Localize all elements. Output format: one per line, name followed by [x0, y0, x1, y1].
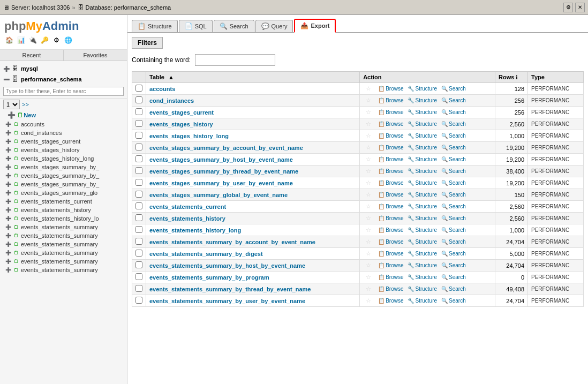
browse-link[interactable]: 📋 Browse — [378, 180, 403, 186]
structure-link[interactable]: 🔧 Structure — [408, 262, 437, 268]
table-name-header[interactable]: Table ▲ — [146, 72, 360, 83]
tab-query[interactable]: 💬 Query — [255, 20, 293, 32]
row-checkbox[interactable] — [135, 273, 142, 280]
tab-search[interactable]: 🔍 Search — [214, 20, 254, 32]
search-link[interactable]: 🔍 Search — [441, 133, 466, 139]
row-checkbox[interactable] — [135, 179, 142, 186]
search-link[interactable]: 🔍 Search — [441, 121, 466, 127]
structure-link[interactable]: 🔧 Structure — [408, 215, 437, 221]
search-link[interactable]: 🔍 Search — [441, 274, 466, 280]
star-icon[interactable]: ☆ — [363, 215, 374, 222]
row-checkbox[interactable] — [135, 226, 142, 233]
search-link[interactable]: 🔍 Search — [441, 251, 466, 257]
structure-link[interactable]: 🔧 Structure — [408, 251, 437, 257]
search-link[interactable]: 🔍 Search — [441, 109, 466, 115]
sidebar-item-mysql[interactable]: ➕ 🗄 mysql — [0, 63, 127, 74]
settings-icon[interactable]: ⚙ — [563, 3, 573, 12]
tab-sql[interactable]: 📄 SQL — [179, 20, 213, 32]
globe-icon[interactable]: 🌐 — [63, 35, 73, 45]
table-name-link[interactable]: events_stages_summary_by_user_by_event_n… — [149, 180, 293, 186]
browse-link[interactable]: 📋 Browse — [378, 286, 403, 292]
star-icon[interactable]: ☆ — [363, 132, 374, 139]
star-icon[interactable]: ☆ — [363, 144, 374, 151]
structure-link[interactable]: 🔧 Structure — [408, 204, 437, 209]
structure-link[interactable]: 🔧 Structure — [408, 168, 437, 174]
star-icon[interactable]: ☆ — [363, 285, 374, 292]
table-name-link[interactable]: events_statements_summary_by_thread_by_e… — [149, 286, 311, 292]
table-name-link[interactable]: events_statements_summary_by_program — [149, 274, 269, 281]
table-name-link[interactable]: events_stages_history_long — [149, 133, 229, 139]
star-icon[interactable]: ☆ — [363, 85, 374, 92]
star-icon[interactable]: ☆ — [363, 121, 374, 127]
structure-link[interactable]: 🔧 Structure — [408, 97, 437, 103]
star-icon[interactable]: ☆ — [363, 179, 374, 186]
structure-link[interactable]: 🔧 Structure — [408, 145, 437, 150]
star-icon[interactable]: ☆ — [363, 274, 374, 281]
table-name-link[interactable]: events_stages_summary_global_by_event_na… — [149, 192, 288, 198]
sidebar-table-stmts-history-long[interactable]: ➕ 🗒 events_statements_history_lo — [0, 214, 127, 223]
star-icon[interactable]: ☆ — [363, 191, 374, 198]
row-checkbox[interactable] — [135, 132, 142, 139]
page-select[interactable]: 1 — [3, 100, 20, 109]
row-checkbox[interactable] — [135, 297, 142, 304]
row-checkbox[interactable] — [135, 214, 142, 221]
row-checkbox[interactable] — [135, 238, 142, 245]
next-page[interactable]: >> — [22, 101, 29, 108]
structure-link[interactable]: 🔧 Structure — [408, 239, 437, 245]
star-icon[interactable]: ☆ — [363, 109, 374, 116]
table-name-link[interactable]: cond_instances — [149, 97, 194, 104]
row-checkbox[interactable] — [135, 261, 142, 268]
browse-link[interactable]: 📋 Browse — [378, 192, 403, 198]
sidebar-table-stmts-sum-6[interactable]: ➕ 🗒 events_statements_summary — [0, 266, 127, 274]
row-checkbox[interactable] — [135, 191, 142, 198]
row-checkbox[interactable] — [135, 120, 142, 127]
browse-link[interactable]: 📋 Browse — [378, 133, 403, 139]
table-name-link[interactable]: events_stages_summary_by_thread_by_event… — [149, 168, 298, 175]
search-link[interactable]: 🔍 Search — [441, 97, 466, 103]
search-link[interactable]: 🔍 Search — [441, 239, 466, 245]
table-name-link[interactable]: events_statements_summary_by_digest — [149, 251, 263, 257]
filters-button[interactable]: Filters — [132, 37, 163, 49]
browse-link[interactable]: 📋 Browse — [378, 121, 403, 127]
recent-button[interactable]: Recent — [0, 50, 64, 61]
sidebar-table-stages-sum-3[interactable]: ➕ 🗒 events_stages_summary_by_ — [0, 180, 127, 189]
row-checkbox[interactable] — [135, 155, 142, 162]
close-icon[interactable]: ✕ — [575, 3, 585, 12]
search-link[interactable]: 🔍 Search — [441, 180, 466, 186]
row-checkbox[interactable] — [135, 85, 142, 92]
tab-export[interactable]: 📤 Export — [294, 19, 336, 33]
star-icon[interactable]: ☆ — [363, 238, 374, 245]
browse-link[interactable]: 📋 Browse — [378, 215, 403, 221]
sidebar-table-stages-sum-2[interactable]: ➕ 🗒 events_stages_summary_by_ — [0, 171, 127, 180]
browse-link[interactable]: 📋 Browse — [378, 168, 403, 174]
row-checkbox[interactable] — [135, 285, 142, 292]
filter-input[interactable] — [3, 87, 124, 96]
star-icon[interactable]: ☆ — [363, 203, 374, 210]
browse-link[interactable]: 📋 Browse — [378, 156, 403, 162]
search-link[interactable]: 🔍 Search — [441, 168, 466, 174]
structure-link[interactable]: 🔧 Structure — [408, 180, 437, 186]
plug-icon[interactable]: 🔌 — [28, 35, 37, 45]
row-checkbox[interactable] — [135, 202, 142, 209]
row-checkbox[interactable] — [135, 144, 142, 150]
structure-link[interactable]: 🔧 Structure — [408, 274, 437, 280]
star-icon[interactable]: ☆ — [363, 227, 374, 234]
tab-structure[interactable]: 📋 Structure — [132, 20, 178, 32]
browse-link[interactable]: 📋 Browse — [378, 239, 403, 245]
table-name-link[interactable]: events_statements_summary_by_user_by_eve… — [149, 298, 305, 304]
search-link[interactable]: 🔍 Search — [441, 227, 466, 233]
browse-link[interactable]: 📋 Browse — [378, 97, 403, 103]
browse-link[interactable]: 📋 Browse — [378, 298, 403, 304]
browse-link[interactable]: 📋 Browse — [378, 204, 403, 209]
table-name-link[interactable]: accounts — [149, 86, 175, 92]
stats-icon[interactable]: 📊 — [16, 35, 26, 45]
search-link[interactable]: 🔍 Search — [441, 192, 466, 198]
table-name-link[interactable]: events_statements_summary_by_host_by_eve… — [149, 262, 305, 269]
sidebar-table-stmts-sum-3[interactable]: ➕ 🗒 events_statements_summary — [0, 240, 127, 249]
browse-link[interactable]: 📋 Browse — [378, 145, 403, 150]
sidebar-table-events-stages-history-long[interactable]: ➕ 🗒 events_stages_history_long — [0, 154, 127, 163]
sidebar-table-stmts-sum-4[interactable]: ➕ 🗒 events_statements_summary — [0, 249, 127, 257]
home-icon[interactable]: 🏠 — [4, 35, 14, 45]
structure-link[interactable]: 🔧 Structure — [408, 86, 437, 92]
table-name-link[interactable]: events_statements_history — [149, 215, 225, 222]
